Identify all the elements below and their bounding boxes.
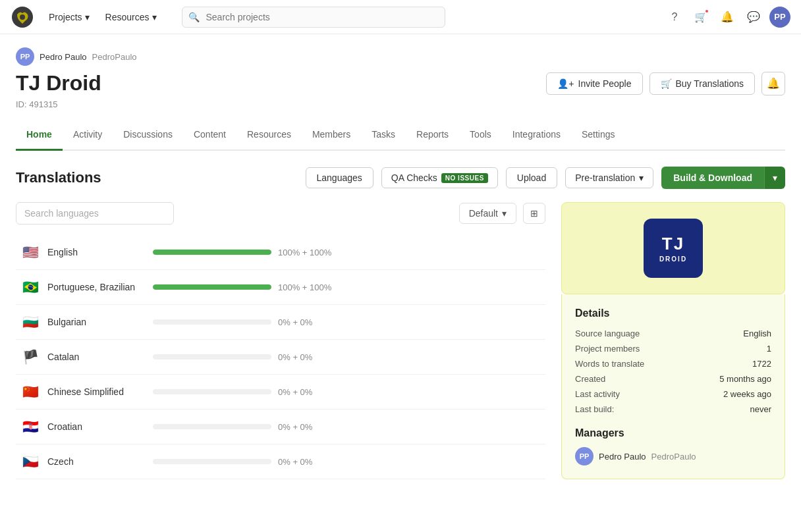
words-to-translate-row: Words to translate 1722 [575,359,771,369]
source-language-value: English [743,329,771,338]
translations-header: Translations Languages QA Checks NO ISSU… [16,167,785,189]
buy-translations-label: Buy Translations [676,78,744,89]
source-language-label: Source language [575,329,640,338]
tab-settings[interactable]: Settings [571,120,626,151]
languages-button[interactable]: Languages [306,167,373,188]
logo-box: TJ DROID [644,219,703,278]
language-progress-wrap: 100% + 100% [153,248,540,257]
pretranslation-label: Pre-translation [575,173,635,183]
search-languages-input[interactable] [16,202,174,225]
project-bell-button[interactable]: 🔔 [761,72,785,95]
build-chevron-icon: ▾ [773,173,777,183]
language-flag: 🇧🇬 [21,314,40,330]
language-flag: 🏴 [21,349,40,365]
message-icon: 💬 [747,11,760,23]
project-title-row: TJ Droid 👤+ Invite People 🛒 Buy Translat… [16,71,785,95]
last-build-value: never [750,404,771,414]
progress-bar-background [153,250,271,255]
language-stats: 0% + 0% [278,457,312,467]
tab-activity[interactable]: Activity [63,120,113,151]
language-name: Catalan [47,352,153,362]
managers-title: Managers [575,427,771,439]
view-toggle-button[interactable]: ⊞ [523,203,545,224]
user-avatar[interactable]: PP [769,7,790,28]
language-row[interactable]: 🇭🇷 Croatian 0% + 0% [16,410,545,444]
created-row: Created 5 months ago [575,374,771,384]
resources-menu[interactable]: Resources ▾ [99,8,163,26]
sort-button[interactable]: Default ▾ [459,203,516,224]
tab-reports[interactable]: Reports [406,120,459,151]
person-add-icon: 👤+ [557,78,574,89]
words-to-translate-label: Words to translate [575,359,644,369]
notifications-button[interactable]: 🔔 [717,7,738,28]
help-icon: ? [672,11,678,23]
tab-tools[interactable]: Tools [459,120,502,151]
build-dropdown-arrow[interactable]: ▾ [764,167,785,189]
project-members-row: Project members 1 [575,344,771,354]
build-download-button[interactable]: Build & Download ▾ [661,167,785,189]
managers-section: Managers PP Pedro Paulo PedroPaulo [575,427,771,466]
language-row[interactable]: 🇨🇿 Czech 0% + 0% [16,444,545,479]
upload-button[interactable]: Upload [506,167,557,188]
language-name: Czech [47,456,153,467]
language-progress-wrap: 100% + 100% [153,282,540,292]
last-activity-label: Last activity [575,389,620,399]
svg-point-1 [20,14,25,20]
project-owner: PP Pedro Paulo PedroPaulo [16,47,785,66]
tab-discussions[interactable]: Discussions [113,120,183,151]
tab-integrations[interactable]: Integrations [502,120,571,151]
tab-resources[interactable]: Resources [236,120,302,151]
project-members-value: 1 [767,344,771,354]
cart-notification-dot [704,9,709,14]
progress-bar-fill [153,250,271,255]
upload-label: Upload [517,173,546,183]
qa-checks-button[interactable]: QA Checks NO ISSUES [381,167,498,188]
project-header: PP Pedro Paulo PedroPaulo TJ Droid 👤+ In… [16,34,785,120]
build-main-action[interactable]: Build & Download [661,167,764,189]
messages-button[interactable]: 💬 [743,7,764,28]
language-progress-wrap: 0% + 0% [153,317,540,327]
pretranslation-button[interactable]: Pre-translation ▾ [565,167,653,188]
last-build-label: Last build: [575,404,614,414]
translations-title: Translations [16,169,101,186]
language-flag: 🇺🇸 [21,244,40,260]
invite-people-button[interactable]: 👤+ Invite People [546,72,642,95]
search-input[interactable] [182,7,445,28]
language-row[interactable]: 🇧🇷 Portuguese, Brazilian 100% + 100% [16,270,545,305]
language-row[interactable]: 🇧🇬 Bulgarian 0% + 0% [16,305,545,340]
bell-icon: 🔔 [721,11,734,23]
resources-chevron-icon: ▾ [152,12,157,22]
language-row[interactable]: 🇺🇸 English 100% + 100% [16,235,545,270]
help-button[interactable]: ? [664,7,685,28]
languages-panel: Default ▾ ⊞ 🇺🇸 English 100% + 100% 🇧🇷 [16,202,545,479]
details-section: Details Source language English Project … [561,294,785,479]
project-id: ID: 491315 [16,99,785,120]
language-name: Chinese Simplified [47,386,153,397]
buy-translations-button[interactable]: 🛒 Buy Translations [649,72,756,95]
tab-tasks[interactable]: Tasks [361,120,406,151]
logo-line1: TJ [662,234,684,254]
topnav: Projects ▾ Resources ▾ 🔍 ? 🛒 🔔 💬 PP [0,0,801,34]
search-container: 🔍 [182,7,445,28]
manager-row: PP Pedro Paulo PedroPaulo [575,447,771,466]
projects-menu[interactable]: Projects ▾ [42,8,96,26]
store-button[interactable]: 🛒 [690,7,711,28]
created-label: Created [575,374,605,384]
language-flag: 🇨🇳 [21,384,40,400]
tab-home[interactable]: Home [16,120,63,151]
projects-chevron-icon: ▾ [85,12,90,22]
owner-username: PedroPaulo [92,52,137,62]
cart-icon: 🛒 [661,78,672,89]
manager-name: Pedro Paulo [599,452,646,462]
tab-content[interactable]: Content [183,120,236,151]
language-stats: 0% + 0% [278,387,312,397]
sort-chevron-icon: ▾ [502,208,507,219]
language-row[interactable]: 🇨🇳 Chinese Simplified 0% + 0% [16,375,545,410]
progress-bar-background [153,284,271,290]
page-content: PP Pedro Paulo PedroPaulo TJ Droid 👤+ In… [0,34,801,495]
language-row[interactable]: 🏴 Catalan 0% + 0% [16,340,545,375]
translations-section: Translations Languages QA Checks NO ISSU… [16,151,785,495]
tab-members[interactable]: Members [302,120,361,151]
logo-line2: DROID [659,255,687,263]
app-logo[interactable] [11,5,34,29]
